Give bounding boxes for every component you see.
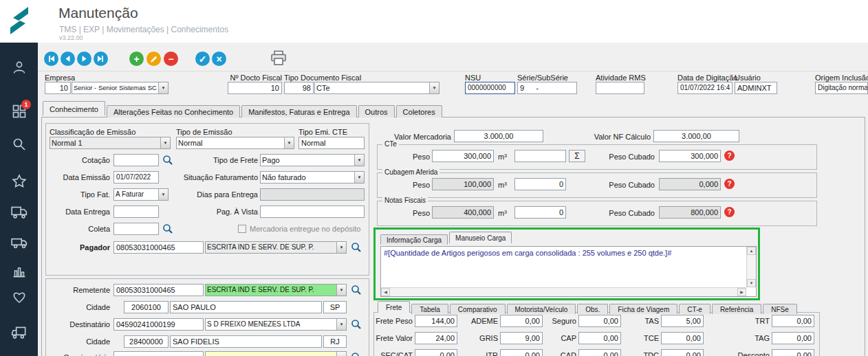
cubagem-m3-field[interactable]: 0 <box>514 178 566 190</box>
manuseio-carga-memo[interactable]: #[Quantidade de Artigos perigosos em car… <box>380 246 757 297</box>
print-button[interactable] <box>270 49 287 69</box>
ademe-field[interactable]: 0,00 <box>500 315 543 327</box>
help-icon[interactable]: ? <box>724 151 735 161</box>
scroll-left-icon[interactable]: ◀ <box>381 288 390 296</box>
desconto-field[interactable]: 0,00 <box>772 349 814 356</box>
cotacao-field[interactable] <box>113 154 159 166</box>
scroll-down-icon[interactable]: ▼ <box>747 279 756 287</box>
delete-record-button[interactable]: − <box>164 52 178 66</box>
cap-field[interactable]: 0,00 <box>578 332 621 344</box>
sum-button[interactable]: Σ <box>569 150 585 162</box>
chevron-down-icon[interactable]: ▼ <box>336 242 346 253</box>
destinatario-code-field[interactable]: 04590241000199 <box>113 318 204 331</box>
tab-coletores[interactable]: Coletores <box>396 105 442 118</box>
tab-conhecimento[interactable]: Conhecimento <box>43 101 105 115</box>
search-icon[interactable] <box>162 223 173 234</box>
add-record-button[interactable]: + <box>129 52 144 66</box>
usuario-field[interactable]: ADMINXT <box>735 82 777 94</box>
itr-field[interactable]: 0,00 <box>500 349 543 356</box>
tab-informacao-carga[interactable]: Informação Carga <box>380 234 448 245</box>
tab-outros[interactable]: Outros <box>358 105 395 118</box>
chevron-down-icon[interactable]: ▼ <box>354 155 364 166</box>
search-icon[interactable] <box>351 242 362 253</box>
remetente-select[interactable]: ESCRITA IND E SERV. DE SUP. P. ▼ <box>205 284 347 296</box>
pagador-select[interactable]: ESCRITA IND E SERV. DE SUP. P. ▼ <box>205 241 347 254</box>
data-entrega-field[interactable] <box>113 205 159 218</box>
frete-valor-field[interactable]: 24,00 <box>415 332 457 344</box>
gris-field[interactable]: 9,00 <box>500 332 543 344</box>
frete-peso-field[interactable]: 144,00 <box>415 315 457 327</box>
chevron-down-icon[interactable]: ▼ <box>336 319 346 330</box>
deposito-checkbox[interactable] <box>238 225 246 233</box>
cancel-button[interactable]: × <box>212 52 226 66</box>
classificacao-select[interactable]: Normal 1 ▼ <box>50 137 171 149</box>
tipo-emissao-select[interactable]: Normal ▼ <box>176 137 294 149</box>
origem-field[interactable]: Digitação normal <box>815 82 868 94</box>
sidebar-item-expedition[interactable] <box>0 203 38 221</box>
tab-referencia[interactable]: Referência <box>712 304 761 314</box>
nav-prev-button[interactable] <box>61 52 75 66</box>
tab-cte[interactable]: CT-e <box>679 304 710 314</box>
chevron-down-icon[interactable]: ▼ <box>158 189 168 200</box>
tab-nfse[interactable]: NFSe <box>763 304 797 314</box>
nsu-field[interactable]: 0000000000 <box>465 82 515 94</box>
tab-comparativo[interactable]: Comparativo <box>450 304 506 314</box>
sidebar-item-profile[interactable] <box>0 59 38 77</box>
valor-nf-field[interactable]: 3.000,00 <box>653 130 739 142</box>
tce-field[interactable]: 0,00 <box>661 332 704 344</box>
sec-cat-field[interactable]: 0,00 <box>415 349 457 356</box>
scroll-right-icon[interactable]: ▶ <box>737 288 746 296</box>
search-icon[interactable] <box>351 319 362 330</box>
sidebar-item-starred[interactable] <box>0 173 38 191</box>
atividade-field[interactable] <box>596 82 644 94</box>
chevron-down-icon[interactable]: ▼ <box>429 82 439 93</box>
notas-m3-field[interactable]: 0 <box>514 206 566 219</box>
sidebar-item-fleet[interactable] <box>0 234 38 252</box>
help-icon[interactable]: ? <box>724 179 735 189</box>
consignatario-select[interactable]: ▼ <box>205 351 347 356</box>
chevron-down-icon[interactable]: ▼ <box>336 285 346 296</box>
destinatario-select[interactable]: S D FREIXO MENEZES LTDA ▼ <box>205 318 347 331</box>
remetente-code-field[interactable]: 08053031000465 <box>113 284 204 296</box>
serie-field[interactable]: 9 - <box>517 82 577 94</box>
sidebar-item-modules[interactable]: 1 <box>0 103 38 121</box>
tab-manuseio-carga[interactable]: Manuseio Carga <box>449 232 512 243</box>
search-icon[interactable] <box>351 352 362 356</box>
confirm-button[interactable]: ✓ <box>195 52 210 66</box>
nav-last-button[interactable] <box>94 52 108 66</box>
tab-obs[interactable]: Obs. <box>577 304 608 314</box>
cte-peso-field[interactable]: 300,000 <box>432 150 494 162</box>
chevron-down-icon[interactable]: ▼ <box>160 137 170 148</box>
pagador-code-field[interactable]: 08053031000465 <box>113 241 204 254</box>
empresa-code-field[interactable]: 10 <box>45 82 71 94</box>
pag-vista-field[interactable] <box>260 205 365 218</box>
tipo-fat-select[interactable]: A Faturar ▼ <box>113 188 169 201</box>
tab-alteracoes[interactable]: Alterações Feitas no Conhecimento <box>107 105 240 118</box>
data-digitacao-field[interactable]: 01/07/2022 16:4 <box>677 82 733 94</box>
sidebar-item-search[interactable] <box>0 136 38 154</box>
valor-mercadoria-field[interactable]: 3.000,00 <box>454 130 543 142</box>
tipo-emi-cte-field[interactable]: Normal <box>299 137 365 149</box>
trt-field[interactable]: 0,00 <box>772 315 814 327</box>
situacao-faturamento-select[interactable]: Não faturado ▼ <box>260 171 365 183</box>
sidebar-item-favorites[interactable] <box>0 289 38 307</box>
seguro-field[interactable]: 0,00 <box>578 315 621 327</box>
edit-record-button[interactable] <box>147 52 161 66</box>
tipo-frete-select[interactable]: Pago ▼ <box>260 154 365 166</box>
chevron-down-icon[interactable]: ▼ <box>158 82 168 93</box>
tag-field[interactable]: 0,00 <box>772 332 814 344</box>
empresa-select[interactable]: Senior - Senior Sistemas SC ▼ <box>72 82 169 94</box>
coleta-field[interactable] <box>113 223 159 235</box>
tas-field[interactable]: 5,00 <box>661 315 704 327</box>
scroll-up-icon[interactable]: ▲ <box>747 247 756 255</box>
chevron-down-icon[interactable]: ▼ <box>336 352 346 356</box>
tab-manifestos[interactable]: Manifestos, Faturas e Entrega <box>241 105 356 118</box>
tdc-field[interactable]: 0,00 <box>661 349 704 356</box>
sidebar-item-reports[interactable] <box>0 263 38 280</box>
search-icon[interactable] <box>351 285 362 296</box>
cte-m3-field[interactable] <box>514 150 566 162</box>
sidebar-item-logistics[interactable] <box>0 324 38 342</box>
tab-frete[interactable]: Frete <box>378 301 410 313</box>
nav-first-button[interactable] <box>44 52 58 66</box>
cad-field[interactable]: 0,00 <box>578 349 621 356</box>
